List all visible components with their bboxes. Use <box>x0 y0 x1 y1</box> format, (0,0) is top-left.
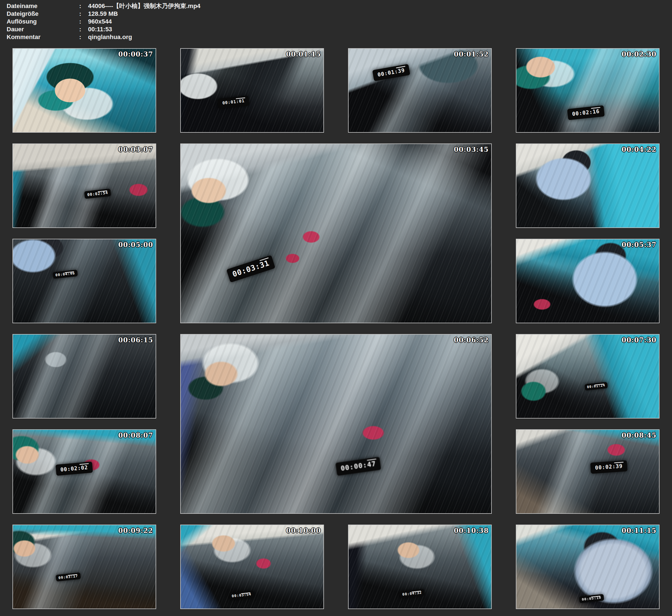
video-thumbnail: 00:11:15 00:05:10 <box>516 525 660 609</box>
video-thumbnail: 00:01:15 00:01:01 <box>180 48 324 133</box>
frame-image <box>13 144 156 227</box>
resolution-label: Auflösung <box>7 18 79 25</box>
video-thumbnail: 00:05:00 00:04:46 <box>12 239 156 323</box>
frame-image <box>13 335 156 418</box>
separator: : <box>79 10 88 18</box>
separator: : <box>79 33 88 41</box>
video-thumbnail-large: 00:06:52 00:00:47 <box>180 334 492 514</box>
timestamp-overlay: 00:02:30 <box>622 50 656 58</box>
file-name-value: 44006----【叶小柚】强制木乃伊拘束.mp4 <box>88 2 672 10</box>
timestamp-overlay: 00:06:52 <box>454 336 489 344</box>
timestamp-overlay: 00:10:38 <box>454 527 489 535</box>
timestamp-overlay: 00:08:45 <box>622 431 656 439</box>
frame-image <box>181 144 491 323</box>
separator: : <box>79 2 88 10</box>
timestamp-overlay: 00:07:30 <box>622 336 656 344</box>
separator: : <box>79 25 88 33</box>
file-size-row: Dateigröße:128.59 MB <box>7 10 672 18</box>
timestamp-overlay: 00:03:45 <box>454 145 489 153</box>
timestamp-overlay: 00:00:37 <box>118 50 153 58</box>
video-thumbnail: 00:07:30 00:01:24 <box>516 334 660 419</box>
frame-image <box>516 239 659 323</box>
frame-image <box>181 335 491 513</box>
file-name-label: Dateiname <box>7 2 79 10</box>
timestamp-overlay: 00:06:15 <box>118 336 153 344</box>
video-thumbnail: 00:06:15 <box>12 334 156 419</box>
video-thumbnail: 00:00:37 <box>12 48 156 133</box>
video-thumbnail: 00:10:00 00:03:54 <box>180 525 324 609</box>
resolution-row: Auflösung:960x544 <box>7 18 672 25</box>
frame-image <box>181 49 323 132</box>
file-size-value: 128.59 MB <box>88 10 672 18</box>
frame-image <box>516 430 659 513</box>
timestamp-overlay: 00:04:22 <box>622 145 656 153</box>
timestamp-overlay: 00:11:15 <box>622 527 656 535</box>
video-thumbnail: 00:05:37 <box>516 239 660 323</box>
timestamp-overlay: 00:05:37 <box>622 241 656 249</box>
video-thumbnail: 00:08:07 00:02:02 <box>12 429 156 514</box>
resolution-value: 960x544 <box>88 18 672 25</box>
video-thumbnail: 00:04:22 <box>516 143 660 228</box>
video-thumbnail: 00:03:07 00:02:54 <box>12 143 156 228</box>
timestamp-overlay: 00:10:00 <box>286 527 321 535</box>
thumbnail-grid: 00:00:37 00:01:15 00:01:01 00:01:52 00:0… <box>0 44 672 616</box>
timestamp-overlay: 00:01:15 <box>286 50 321 58</box>
comment-value: qinglanhua.org <box>88 33 672 41</box>
comment-row: Kommentar:qinglanhua.org <box>7 33 672 41</box>
file-info-header: Dateiname:44006----【叶小柚】强制木乃伊拘束.mp4 Date… <box>0 0 672 44</box>
timestamp-overlay: 00:08:07 <box>118 431 153 439</box>
frame-image <box>13 49 156 132</box>
frame-image <box>13 239 156 323</box>
duration-label: Dauer <box>7 25 79 33</box>
file-size-label: Dateigröße <box>7 10 79 18</box>
timestamp-overlay: 00:01:52 <box>454 50 489 58</box>
timestamp-overlay: 00:05:00 <box>118 241 153 249</box>
timestamp-overlay: 00:09:22 <box>118 527 153 535</box>
video-thumbnail-large: 00:03:45 00:03:31 <box>180 143 492 323</box>
duration-value: 00:11:53 <box>88 25 672 33</box>
separator: : <box>79 18 88 25</box>
video-thumbnail: 00:10:38 00:04:32 <box>348 525 492 609</box>
video-thumbnail: 00:08:45 00:02:39 <box>516 429 660 514</box>
duration-row: Dauer:00:11:53 <box>7 25 672 33</box>
frame-image <box>349 49 491 132</box>
file-name-row: Dateiname:44006----【叶小柚】强制木乃伊拘束.mp4 <box>7 2 672 10</box>
comment-label: Kommentar <box>7 33 79 41</box>
frame-image <box>516 335 659 418</box>
video-thumbnail: 00:01:52 00:01:39 <box>348 48 492 133</box>
frame-image <box>516 49 659 132</box>
video-thumbnail: 00:02:30 00:02:16 <box>516 48 660 133</box>
frame-image <box>516 144 659 227</box>
video-thumbnail: 00:09:22 00:03:17 <box>12 525 156 609</box>
frame-image <box>13 525 156 609</box>
timestamp-overlay: 00:03:07 <box>118 145 153 153</box>
